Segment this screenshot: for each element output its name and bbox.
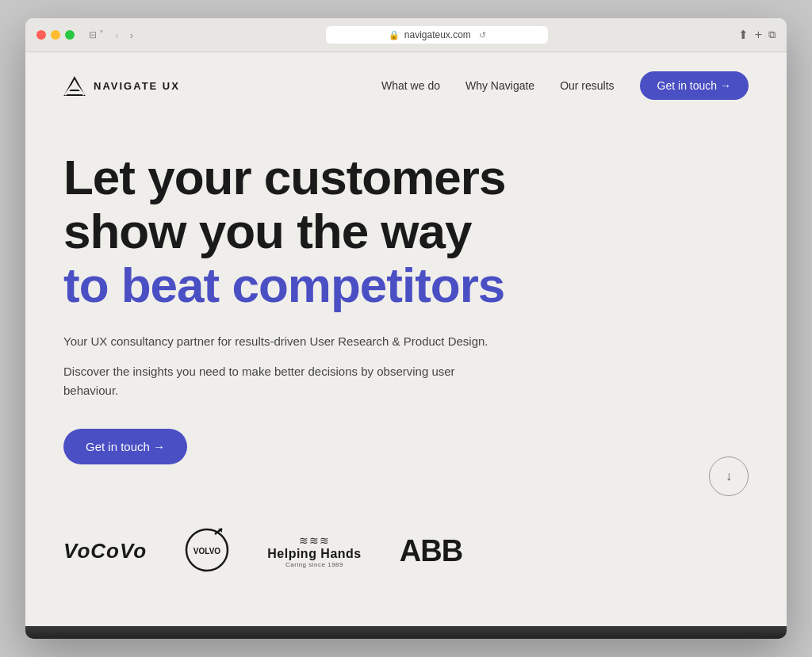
volvo-logo: VOLVO	[185, 528, 229, 575]
arrow-down-icon: ↓	[726, 469, 732, 483]
browser-chrome: ⊟ ˅ ‹ › 🔒 navigateux.com ↺ ⬆ + ⧉	[25, 18, 787, 52]
abb-logo: ABB	[400, 534, 462, 568]
nav-our-results[interactable]: Our results	[560, 79, 614, 92]
vocovo-logo: VoCoVo	[63, 539, 147, 563]
hero-section: Let your customers show you the way to b…	[25, 119, 787, 488]
lock-icon: 🔒	[389, 30, 400, 40]
share-icon[interactable]: ⬆	[738, 28, 749, 42]
minimize-button[interactable]	[51, 30, 60, 40]
hero-headline: Let your customers show you the way to b…	[63, 151, 603, 313]
browser-controls: ⊟ ˅ ‹ ›	[86, 28, 136, 43]
forward-button[interactable]: ›	[127, 28, 136, 43]
logo-text: NAVIGATE UX	[94, 80, 180, 92]
logo[interactable]: NAVIGATE UX	[63, 74, 180, 97]
client-logos: VoCoVo VOLVO ≋≋≋ Helping Hands Caring si…	[25, 488, 787, 607]
helping-hands-logo: ≋≋≋ Helping Hands Caring since 1989	[267, 534, 362, 568]
browser-actions: ⬆ + ⧉	[738, 28, 776, 42]
address-bar[interactable]: 🔒 navigateux.com ↺	[326, 26, 548, 44]
main-nav: NAVIGATE UX What we do Why Navigate Our …	[25, 52, 787, 119]
back-button[interactable]: ‹	[112, 28, 121, 43]
url-text: navigateux.com	[404, 29, 471, 40]
volvo-logo-svg: VOLVO	[185, 528, 229, 572]
nav-get-in-touch-button[interactable]: Get in touch →	[640, 71, 749, 100]
hero-subtext-2: Discover the insights you need to make b…	[63, 362, 508, 400]
hero-line1: Let your customers	[63, 150, 505, 204]
page-content: NAVIGATE UX What we do Why Navigate Our …	[25, 52, 787, 623]
maximize-button[interactable]	[65, 30, 75, 40]
hero-subtext-1: Your UX consultancy partner for results-…	[63, 332, 508, 351]
address-bar-container: 🔒 navigateux.com ↺	[144, 26, 730, 44]
nav-why-navigate[interactable]: Why Navigate	[465, 79, 534, 92]
scroll-down-button[interactable]: ↓	[709, 456, 749, 496]
nav-links: What we do Why Navigate Our results Get …	[381, 71, 749, 100]
new-tab-button[interactable]: +	[755, 28, 762, 42]
hero-line3: to beat competitors	[63, 258, 603, 312]
hero-line2: show you the way	[63, 204, 472, 258]
browser-window: ⊟ ˅ ‹ › 🔒 navigateux.com ↺ ⬆ + ⧉	[25, 18, 787, 639]
nav-what-we-do[interactable]: What we do	[381, 79, 440, 92]
svg-text:VOLVO: VOLVO	[193, 547, 220, 556]
logo-icon	[63, 74, 86, 97]
hero-get-in-touch-button[interactable]: Get in touch →	[63, 429, 187, 464]
reload-icon: ↺	[479, 30, 486, 40]
window-controls-icon: ⊟ ˅	[86, 28, 107, 42]
traffic-lights	[36, 30, 75, 40]
close-button[interactable]	[36, 30, 46, 40]
tabs-icon[interactable]: ⧉	[768, 29, 776, 41]
page-bottom-peek	[25, 626, 787, 639]
